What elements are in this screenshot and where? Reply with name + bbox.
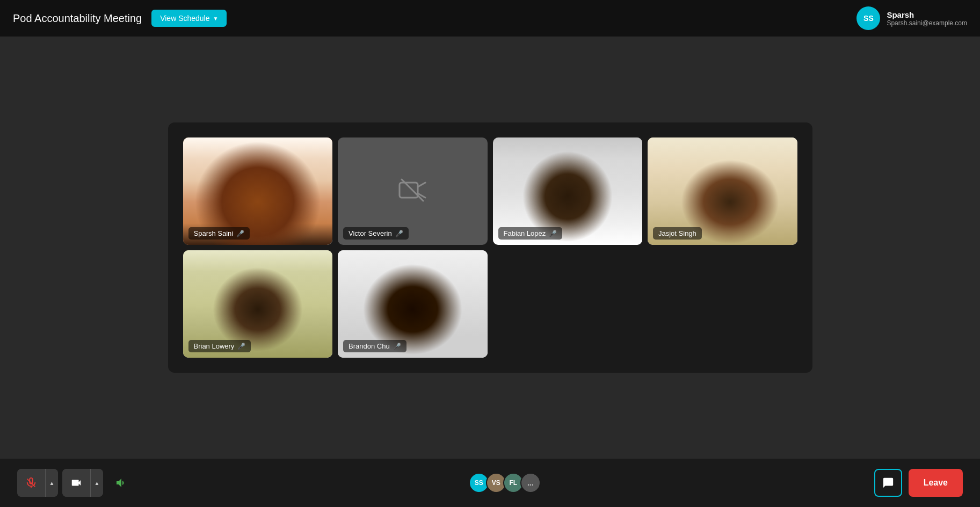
mic-icon-sparsh: 🎤 bbox=[236, 230, 244, 237]
mic-button[interactable] bbox=[17, 469, 45, 497]
header: Pod Accountability Meeting View Schedule… bbox=[0, 0, 980, 37]
mic-icon-victor: 🎤 bbox=[395, 230, 403, 237]
participant-name-victor: Victor Severin bbox=[349, 229, 392, 237]
user-avatar: SS bbox=[856, 6, 880, 30]
speaker-icon bbox=[115, 476, 128, 489]
svg-rect-0 bbox=[400, 183, 418, 198]
main-content: Sparsh Saini 🎤 Victor Severin 🎤 bbox=[0, 37, 980, 459]
chat-icon bbox=[882, 477, 894, 489]
toolbar: ▲ ▲ SS VS FL bbox=[0, 459, 980, 507]
participant-label-brandon: Brandon Chu 🎤 bbox=[343, 340, 406, 352]
user-email: Sparsh.saini@example.com bbox=[887, 19, 967, 27]
header-left: Pod Accountability Meeting View Schedule… bbox=[13, 10, 227, 27]
avatar-more-label: ... bbox=[527, 479, 534, 487]
participant-name-brandon: Brandon Chu bbox=[349, 342, 390, 350]
svg-line-1 bbox=[418, 183, 425, 187]
participant-name-brian: Brian Lowery bbox=[194, 342, 235, 350]
mic-icon-fabian: 🎤 bbox=[549, 230, 557, 237]
participant-label-sparsh: Sparsh Saini 🎤 bbox=[188, 227, 250, 240]
participant-avatars: SS VS FL ... bbox=[469, 473, 541, 493]
video-tile-brian: Brian Lowery 🎤 bbox=[183, 250, 333, 358]
chat-button[interactable] bbox=[874, 469, 902, 497]
video-tile-fabian: Fabian Lopez 🎤 bbox=[493, 137, 643, 245]
toolbar-left: ▲ ▲ bbox=[17, 469, 135, 497]
camera-group: ▲ bbox=[62, 469, 103, 497]
view-schedule-label: View Schedule bbox=[160, 14, 209, 23]
user-name: Sparsh bbox=[887, 10, 967, 19]
video-tile-victor: Victor Severin 🎤 bbox=[338, 137, 488, 245]
camera-expand-button[interactable]: ▲ bbox=[90, 469, 103, 497]
user-initials: SS bbox=[863, 14, 874, 23]
mic-expand-button[interactable]: ▲ bbox=[45, 469, 58, 497]
participant-avatar-more[interactable]: ... bbox=[520, 473, 541, 493]
participant-label-brian: Brian Lowery 🎤 bbox=[188, 340, 251, 352]
mic-icon bbox=[25, 477, 37, 489]
participant-name-fabian: Fabian Lopez bbox=[504, 229, 546, 237]
leave-button[interactable]: Leave bbox=[909, 469, 963, 497]
meeting-title: Pod Accountability Meeting bbox=[13, 12, 142, 25]
participant-label-victor: Victor Severin 🎤 bbox=[343, 227, 409, 240]
mic-icon-brandon: 🎤 bbox=[393, 343, 401, 350]
participant-label-fabian: Fabian Lopez 🎤 bbox=[498, 227, 563, 240]
speaker-button[interactable] bbox=[107, 469, 135, 497]
mic-group: ▲ bbox=[17, 469, 58, 497]
participant-label-jasjot: Jasjot Singh bbox=[653, 227, 702, 240]
video-tile-jasjot: Jasjot Singh bbox=[648, 137, 797, 245]
mic-icon-brian: 🎤 bbox=[237, 343, 245, 350]
camera-button[interactable] bbox=[62, 469, 90, 497]
avatar-initials-ss: SS bbox=[475, 479, 483, 487]
chevron-down-icon: ▼ bbox=[213, 16, 219, 21]
avatar-initials-vs: VS bbox=[492, 479, 500, 487]
video-tile-brandon: Brandon Chu 🎤 bbox=[338, 250, 488, 358]
user-info: Sparsh Sparsh.saini@example.com bbox=[887, 10, 967, 27]
view-schedule-button[interactable]: View Schedule ▼ bbox=[151, 10, 227, 27]
participant-name-jasjot: Jasjot Singh bbox=[658, 229, 696, 237]
toolbar-right: Leave bbox=[874, 469, 963, 497]
video-tile-sparsh: Sparsh Saini 🎤 bbox=[183, 137, 333, 245]
avatar-initials-fl: FL bbox=[509, 479, 517, 487]
video-off-icon bbox=[397, 175, 427, 207]
video-grid-container: Sparsh Saini 🎤 Victor Severin 🎤 bbox=[168, 122, 812, 373]
participant-name-sparsh: Sparsh Saini bbox=[194, 229, 234, 237]
header-right: SS Sparsh Sparsh.saini@example.com bbox=[856, 6, 967, 30]
video-grid: Sparsh Saini 🎤 Victor Severin 🎤 bbox=[183, 137, 797, 358]
toolbar-center: SS VS FL ... bbox=[469, 473, 541, 493]
camera-icon bbox=[70, 477, 82, 489]
